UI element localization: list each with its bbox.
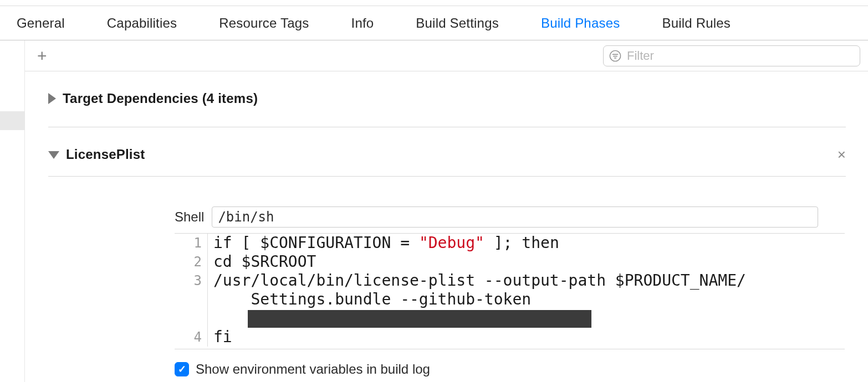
divider [175,349,845,349]
shell-input[interactable] [212,207,818,228]
line-number-gutter: 1 2 3 4 [175,234,208,347]
line-number: 3 [175,271,202,328]
tab-general[interactable]: General [17,16,65,31]
line-number: 2 [175,252,202,271]
checkbox-show-env-vars[interactable]: ✓ [175,362,189,376]
add-phase-icon[interactable]: + [37,48,47,64]
code-text: fi [213,328,232,346]
tab-info[interactable]: Info [351,16,374,31]
checkbox-row-env-vars[interactable]: ✓ Show environment variables in build lo… [175,362,845,377]
target-tabs-bar: General Capabilities Resource Tags Info … [0,6,868,40]
window-top-border [0,0,868,6]
remove-phase-icon[interactable]: × [838,146,846,163]
code-text: if [ $CONFIGURATION = [213,234,419,252]
divider [48,127,846,127]
phase-title-target-dependencies: Target Dependencies (4 items) [63,91,258,106]
phase-title-licenseplist: LicensePlist [66,147,145,162]
code-text: /usr/local/bin/license-plist --output-pa… [213,271,746,290]
disclosure-right-icon[interactable] [48,93,56,104]
divider [48,176,846,177]
disclosure-down-icon[interactable] [48,151,59,159]
shell-label: Shell [175,209,204,225]
filter-input[interactable] [627,49,854,63]
script-body[interactable]: if [ $CONFIGURATION = "Debug" ]; then cd… [208,234,845,347]
tab-build-phases[interactable]: Build Phases [541,16,620,31]
left-gutter [0,40,25,382]
line-number: 1 [175,234,202,252]
code-text: ]; then [484,234,559,252]
tab-resource-tags[interactable]: Resource Tags [219,16,309,31]
filter-field-wrap[interactable] [603,45,860,66]
code-text: cd $SRCROOT [213,252,316,271]
script-editor[interactable]: 1 2 3 4 if [ $CONFIGURATION = "Debug" ];… [175,233,845,347]
code-text: Settings.bundle --github-token [213,290,531,308]
line-number: 4 [175,328,202,347]
code-string-literal: "Debug" [419,234,484,252]
check-icon: ✓ [178,363,186,375]
tab-capabilities[interactable]: Capabilities [107,16,177,31]
tab-build-settings[interactable]: Build Settings [416,16,499,31]
phase-licenseplist-header[interactable]: LicensePlist × [48,143,846,166]
filter-icon [609,50,621,62]
tab-build-rules[interactable]: Build Rules [662,16,731,31]
phase-target-dependencies-header[interactable]: Target Dependencies (4 items) [48,87,846,110]
redacted-token [248,310,591,328]
left-gutter-selection [0,111,24,130]
checkbox-label: Show environment variables in build log [196,362,430,377]
build-phases-toolbar: + [25,40,868,71]
